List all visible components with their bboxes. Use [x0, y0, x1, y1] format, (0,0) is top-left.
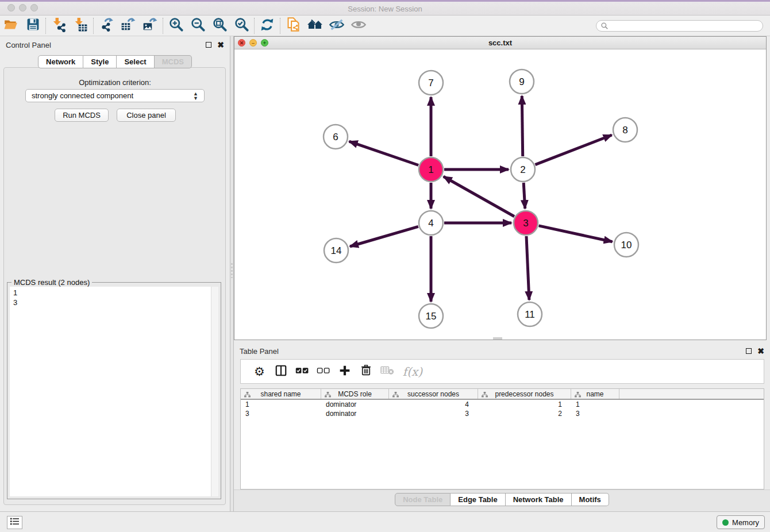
- delete-table-button[interactable]: [376, 365, 398, 377]
- network-close-icon[interactable]: ✕: [238, 39, 245, 47]
- tab-select[interactable]: Select: [117, 55, 154, 68]
- refresh-view-button[interactable]: [256, 17, 278, 35]
- graph-node-7[interactable]: 7: [419, 71, 443, 95]
- column-visibility-button[interactable]: [270, 364, 291, 379]
- network-minimize-icon[interactable]: –: [249, 39, 257, 47]
- table-row[interactable]: 3dominator323: [241, 409, 764, 418]
- window-zoom-icon[interactable]: [30, 4, 38, 11]
- graph-node-9[interactable]: 9: [510, 70, 534, 94]
- table-cell[interactable]: 3: [571, 409, 619, 418]
- table-cell[interactable]: 1: [478, 400, 571, 409]
- table-cell[interactable]: 1: [571, 400, 619, 409]
- network-canvas[interactable]: 7968124314101511: [234, 49, 766, 340]
- column-header-name[interactable]: name: [571, 389, 619, 399]
- import-network-button[interactable]: [48, 17, 70, 35]
- edge-2-to-3[interactable]: [523, 183, 525, 209]
- edge-1-to-6[interactable]: [349, 141, 419, 165]
- table-panel-title: Table Panel: [240, 347, 279, 356]
- graph-node-3[interactable]: 3: [514, 211, 538, 235]
- table-cell[interactable]: 3: [389, 409, 478, 418]
- float-table-panel-icon[interactable]: [746, 348, 752, 354]
- close-panel-icon[interactable]: ✖: [217, 42, 224, 48]
- tree-icon: [482, 391, 488, 399]
- graph-node-15[interactable]: 15: [419, 304, 443, 328]
- table-cell[interactable]: 4: [389, 400, 478, 409]
- panel-split-divider[interactable]: [230, 36, 234, 511]
- edge-3-to-10[interactable]: [539, 226, 613, 242]
- column-header-MCDS-role[interactable]: MCDS role: [321, 389, 389, 399]
- graph-node-14[interactable]: 14: [324, 238, 348, 263]
- graph-node-1[interactable]: 1: [419, 157, 443, 182]
- select-all-rows-button[interactable]: [291, 366, 313, 377]
- mcds-result-scrollbar[interactable]: [211, 287, 218, 496]
- show-all-button[interactable]: [348, 17, 369, 35]
- canvas-split-grip[interactable]: [493, 337, 502, 340]
- table-rows: 1dominator4113dominator323: [241, 400, 764, 418]
- graph-node-11[interactable]: 11: [518, 302, 542, 326]
- zoom-out-button[interactable]: [187, 17, 209, 35]
- home-layout-button[interactable]: [304, 17, 326, 35]
- tree-icon: [575, 391, 581, 399]
- mcds-result-text[interactable]: 1 3: [10, 287, 211, 496]
- hide-selected-button[interactable]: [326, 17, 348, 35]
- zoom-selected-icon: [234, 17, 249, 34]
- tab-motifs[interactable]: Motifs: [572, 493, 609, 506]
- graph-node-2[interactable]: 2: [511, 157, 535, 182]
- tab-network[interactable]: Network: [38, 55, 83, 68]
- add-column-button[interactable]: [334, 365, 355, 379]
- zoom-selected-button[interactable]: [230, 17, 252, 35]
- edge-3-to-1[interactable]: [444, 176, 514, 216]
- column-header-shared-name[interactable]: shared name: [241, 389, 321, 399]
- tab-node-table[interactable]: Node Table: [395, 493, 451, 506]
- import-table-icon: [73, 17, 88, 34]
- run-mcds-button[interactable]: Run MCDS: [55, 109, 109, 122]
- edge-2-to-9[interactable]: [522, 96, 522, 156]
- app-titlebar: Session: New Session: [0, 0, 770, 16]
- graph-node-6[interactable]: 6: [324, 125, 348, 149]
- zoom-in-button[interactable]: [165, 17, 187, 35]
- zoom-fit-button[interactable]: [209, 17, 230, 35]
- import-table-button[interactable]: [70, 17, 91, 35]
- export-table-button[interactable]: [117, 17, 139, 35]
- tab-edge-table[interactable]: Edge Table: [451, 493, 505, 506]
- tab-style[interactable]: Style: [83, 55, 117, 68]
- memory-button[interactable]: Memory: [717, 515, 765, 529]
- graph-node-10[interactable]: 10: [614, 233, 638, 257]
- function-builder-button[interactable]: f(x): [398, 365, 428, 379]
- export-network-button[interactable]: [95, 17, 117, 35]
- delete-column-button[interactable]: [355, 364, 376, 379]
- edge-2-to-8[interactable]: [535, 135, 611, 165]
- table-settings-button[interactable]: ⚙: [249, 365, 270, 379]
- status-menu-button[interactable]: [7, 516, 22, 529]
- window-close-icon[interactable]: [7, 4, 15, 11]
- table-cell[interactable]: 1: [241, 400, 321, 409]
- network-maximize-icon[interactable]: +: [261, 39, 268, 47]
- table-row[interactable]: 1dominator411: [241, 400, 764, 409]
- deselect-all-rows-button[interactable]: [313, 366, 334, 377]
- table-cell[interactable]: 3: [241, 409, 321, 418]
- save-session-button[interactable]: [22, 17, 44, 35]
- close-table-panel-icon[interactable]: ✖: [757, 348, 764, 354]
- float-panel-icon[interactable]: [206, 42, 211, 48]
- search-input[interactable]: [596, 20, 763, 32]
- copy-share-view-button[interactable]: [282, 17, 304, 35]
- graph-node-8[interactable]: 8: [613, 118, 637, 142]
- edge-4-to-14[interactable]: [350, 226, 418, 246]
- tab-network-table[interactable]: Network Table: [506, 493, 572, 506]
- open-session-button[interactable]: [0, 17, 22, 35]
- close-panel-button[interactable]: Close panel: [117, 109, 176, 122]
- window-minimize-icon[interactable]: [19, 4, 26, 11]
- zoom-in-icon: [168, 17, 184, 34]
- table-cell[interactable]: dominator: [321, 400, 389, 409]
- column-header-predecessor-nodes[interactable]: predecessor nodes: [478, 389, 571, 399]
- graph-node-4[interactable]: 4: [419, 211, 443, 235]
- svg-text:9: 9: [519, 76, 524, 87]
- table-cell[interactable]: dominator: [321, 409, 389, 418]
- column-header-successor-nodes[interactable]: successor nodes: [389, 389, 478, 399]
- table-cell[interactable]: 2: [478, 409, 571, 418]
- tab-mcds[interactable]: MCDS: [155, 55, 192, 68]
- optimization-criterion-select[interactable]: strongly connected component ▲▼: [25, 89, 205, 102]
- edge-3-to-11[interactable]: [526, 236, 529, 300]
- export-image-button[interactable]: [139, 17, 161, 35]
- network-window-titlebar[interactable]: ✕ – + scc.txt: [234, 37, 766, 49]
